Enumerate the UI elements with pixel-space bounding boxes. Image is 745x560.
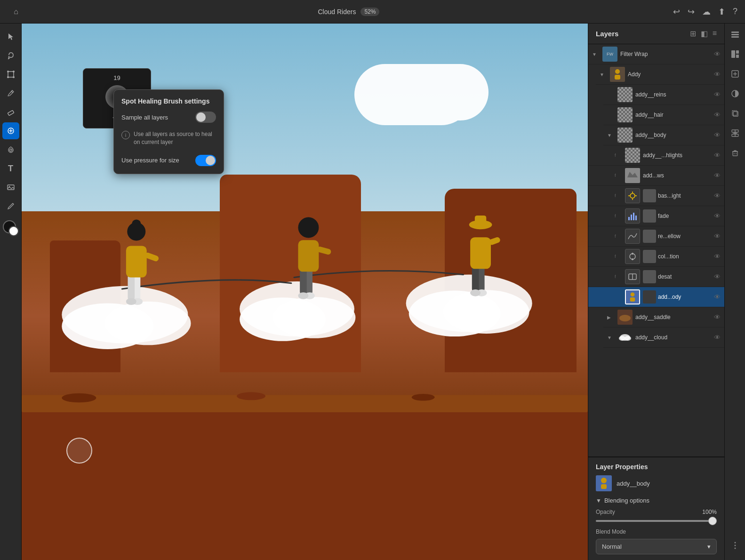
main-area: T (0, 24, 745, 560)
opacity-value: 100% (702, 509, 717, 515)
more-options-button[interactable] (728, 538, 742, 552)
zoom-level[interactable]: 52% (360, 8, 379, 16)
healing-tool[interactable] (2, 122, 19, 139)
layer-visibility-icon[interactable]: 👁 (714, 111, 721, 119)
home-button[interactable]: ⌂ (8, 3, 24, 20)
svg-rect-43 (475, 216, 486, 226)
svg-point-75 (619, 336, 625, 341)
layer-item[interactable]: ▼ addy__cloud 👁 (603, 328, 724, 348)
layer-expand-icon[interactable]: ▶ (607, 315, 615, 320)
background-color[interactable] (8, 226, 19, 236)
properties-panel-toggle[interactable] (728, 47, 742, 61)
layer-item-selected[interactable]: add...ody 👁 (588, 287, 724, 307)
canvas-area[interactable]: 19 ··· Spot Healing Brush settings Sampl… (22, 24, 588, 560)
adjustment-layer-button[interactable] (728, 87, 742, 101)
layer-visibility-icon[interactable]: 👁 (714, 131, 721, 139)
opacity-slider-thumb[interactable] (708, 517, 717, 525)
layer-visibility-icon[interactable]: 👁 (714, 50, 721, 58)
layer-item[interactable]: f re...ellow 👁 (588, 226, 724, 247)
undo-button[interactable]: ↩ (673, 7, 680, 17)
layer-expand-icon[interactable]: ▼ (600, 72, 607, 77)
layer-visibility-icon[interactable]: 👁 (714, 313, 721, 321)
layers-panel-properties-icon[interactable]: ◧ (701, 29, 708, 38)
layer-thumbnail (625, 229, 640, 244)
layer-name: Filter Wrap (620, 51, 711, 57)
pressure-label: Use pressure for size (121, 157, 179, 164)
layer-visibility-icon[interactable]: 👁 (714, 172, 721, 179)
sample-all-layers-toggle[interactable] (195, 112, 216, 123)
crop-transform-tool[interactable] (2, 66, 19, 83)
properties-layer-thumb (596, 475, 612, 491)
svg-rect-96 (733, 152, 737, 156)
svg-rect-59 (628, 217, 630, 220)
svg-point-100 (734, 545, 736, 546)
clone-stamp-tool[interactable] (2, 141, 19, 158)
layers-panel-toggle[interactable] (728, 27, 742, 41)
export-button[interactable]: ⬆ (718, 7, 725, 17)
help-button[interactable]: ? (733, 7, 737, 16)
brush-tool[interactable] (2, 85, 19, 102)
layer-item[interactable]: f add...ws 👁 (588, 166, 724, 186)
layers-panel-options-icon[interactable]: ⊞ (690, 29, 696, 38)
blending-options-header[interactable]: ▼ Blending options (596, 497, 717, 504)
svg-rect-38 (472, 266, 479, 292)
blend-mode-value: Normal (602, 543, 622, 550)
layer-visibility-icon[interactable]: 👁 (714, 293, 721, 301)
layer-item[interactable]: ▼ addy__body 👁 (603, 125, 724, 145)
lasso-tool[interactable] (2, 47, 19, 64)
type-tool[interactable]: T (2, 160, 19, 177)
layer-name: addy__reins (635, 91, 711, 98)
add-layer-button[interactable] (728, 67, 742, 81)
opacity-slider[interactable] (596, 520, 717, 522)
opacity-slider-fill (596, 520, 717, 522)
layer-visibility-icon[interactable]: 👁 (714, 253, 721, 260)
layer-item[interactable]: ▼ Addy 👁 (596, 64, 724, 85)
svg-point-33 (298, 292, 308, 299)
layer-thumbnail (617, 87, 633, 102)
layer-item[interactable]: ▶ addy__saddle 👁 (603, 307, 724, 328)
svg-rect-11 (8, 185, 14, 190)
layer-name: col...tion (658, 253, 711, 260)
layer-item[interactable]: f col...tion 👁 (588, 247, 724, 267)
layer-item[interactable]: f bas...ight 👁 (588, 186, 724, 206)
eraser-tool[interactable] (2, 104, 19, 120)
layer-thumbnail (617, 128, 633, 143)
layer-visibility-icon[interactable]: 👁 (714, 232, 721, 240)
blend-mode-dropdown[interactable]: Normal ▾ (596, 539, 717, 554)
layer-item[interactable]: addy__reins 👁 (603, 85, 724, 105)
redo-button[interactable]: ↪ (688, 7, 695, 17)
layer-thumbnail (617, 107, 633, 122)
duplicate-layer-button[interactable] (728, 106, 742, 120)
svg-point-54 (630, 193, 635, 198)
image-tool[interactable] (2, 179, 19, 196)
layer-visibility-icon[interactable]: 👁 (714, 71, 721, 78)
layer-visibility-icon[interactable]: 👁 (714, 91, 721, 98)
color-picker[interactable] (3, 220, 19, 236)
merge-layers-button[interactable] (728, 126, 742, 140)
svg-point-3 (7, 76, 9, 78)
svg-point-21 (443, 290, 529, 334)
properties-layer-row: addy__body (596, 475, 717, 491)
layer-visibility-icon[interactable]: 👁 (714, 152, 721, 159)
layer-item[interactable]: f addy__...hlights 👁 (588, 145, 724, 166)
layer-name: addy__saddle (635, 314, 711, 320)
layer-item[interactable]: f desat 👁 (588, 267, 724, 287)
cloud-sync-button[interactable]: ☁ (702, 7, 711, 17)
layer-expand-icon[interactable]: ▼ (607, 133, 615, 138)
layers-panel-adjustments-icon[interactable]: ≡ (713, 29, 717, 38)
layer-visibility-icon[interactable]: 👁 (714, 192, 721, 200)
layer-item[interactable]: ▼ FW Filter Wrap 👁 (588, 44, 724, 64)
layer-visibility-icon[interactable]: 👁 (714, 334, 721, 341)
layer-visibility-icon[interactable]: 👁 (714, 212, 721, 220)
layers-panel-icons: ⊞ ◧ ≡ (690, 29, 717, 38)
layer-item[interactable]: addy__hair 👁 (603, 105, 724, 125)
layer-item[interactable]: f fade 👁 (588, 206, 724, 226)
layer-expand-icon[interactable]: ▼ (607, 335, 615, 340)
select-tool[interactable] (2, 28, 19, 45)
layer-visibility-icon[interactable]: 👁 (714, 273, 721, 280)
pencil-tool[interactable] (2, 198, 19, 215)
delete-layer-button[interactable] (728, 146, 742, 160)
layer-expand-icon[interactable]: ▼ (592, 52, 600, 57)
layer-expand-icon: f (615, 153, 622, 158)
pressure-toggle[interactable] (195, 155, 216, 166)
